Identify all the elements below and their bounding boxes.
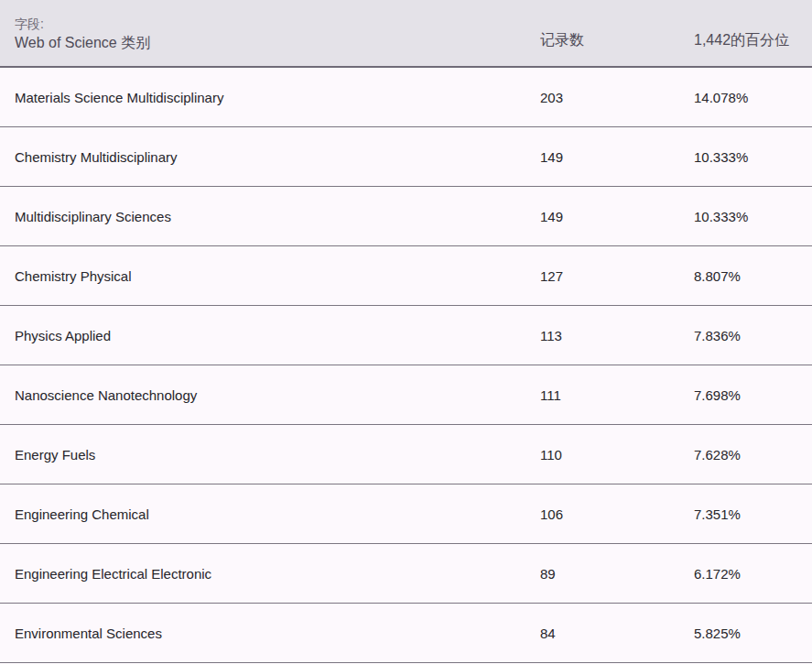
percent-cell: 10.333% bbox=[694, 149, 812, 165]
percent-cell: 7.351% bbox=[694, 506, 812, 522]
records-cell: 84 bbox=[540, 626, 694, 641]
category-cell: Multidisciplinary Sciences bbox=[0, 209, 540, 224]
field-label: 字段: bbox=[15, 15, 540, 33]
table-row: Energy Fuels 110 7.628% bbox=[0, 425, 812, 484]
percent-cell: 6.172% bbox=[694, 566, 812, 582]
percent-cell: 7.836% bbox=[694, 328, 812, 343]
category-cell: Materials Science Multidisciplinary bbox=[0, 90, 540, 105]
table-row: Environmental Sciences 84 5.825% bbox=[0, 604, 812, 663]
records-cell: 149 bbox=[540, 149, 694, 165]
wos-analyze-results-table: 字段: Web of Science 类别 记录数 1,442的百分位 Mate… bbox=[0, 0, 812, 664]
percent-cell: 5.825% bbox=[694, 626, 812, 641]
records-cell: 127 bbox=[540, 268, 694, 284]
table-row: Multidisciplinary Sciences 149 10.333% bbox=[0, 187, 812, 246]
category-cell: Chemistry Physical bbox=[0, 268, 540, 284]
percent-cell: 7.698% bbox=[694, 387, 812, 403]
percent-cell: 14.078% bbox=[694, 90, 812, 105]
table-row: Engineering Chemical 106 7.351% bbox=[0, 484, 812, 544]
records-cell: 106 bbox=[540, 506, 694, 522]
table-row: Chemistry Physical 127 8.807% bbox=[0, 246, 812, 306]
records-cell: 111 bbox=[540, 387, 694, 403]
table-row: Materials Science Multidisciplinary 203 … bbox=[0, 68, 812, 127]
category-cell: Physics Applied bbox=[0, 328, 540, 343]
percent-cell: 8.807% bbox=[694, 268, 812, 284]
percentile-column-header: 1,442的百分位 bbox=[694, 30, 812, 66]
category-cell: Energy Fuels bbox=[0, 447, 540, 463]
percent-cell: 7.628% bbox=[694, 447, 812, 463]
records-cell: 149 bbox=[540, 209, 694, 224]
category-column-header: 字段: Web of Science 类别 bbox=[0, 6, 540, 66]
table-row: Physics Applied 113 7.836% bbox=[0, 306, 812, 365]
table-header: 字段: Web of Science 类别 记录数 1,442的百分位 bbox=[0, 0, 812, 68]
category-cell: Engineering Chemical bbox=[0, 506, 540, 522]
records-cell: 203 bbox=[540, 90, 694, 105]
table-row: Nanoscience Nanotechnology 111 7.698% bbox=[0, 365, 812, 425]
records-cell: 113 bbox=[540, 328, 694, 343]
records-cell: 110 bbox=[540, 447, 694, 463]
table-body: Materials Science Multidisciplinary 203 … bbox=[0, 68, 812, 663]
percent-cell: 10.333% bbox=[694, 209, 812, 224]
category-column-label: Web of Science 类别 bbox=[15, 33, 540, 53]
table-row: Chemistry Multidisciplinary 149 10.333% bbox=[0, 127, 812, 187]
category-cell: Nanoscience Nanotechnology bbox=[0, 387, 540, 403]
table-row: Engineering Electrical Electronic 89 6.1… bbox=[0, 544, 812, 604]
category-cell: Chemistry Multidisciplinary bbox=[0, 149, 540, 165]
records-cell: 89 bbox=[540, 566, 694, 582]
category-cell: Environmental Sciences bbox=[0, 626, 540, 641]
category-cell: Engineering Electrical Electronic bbox=[0, 566, 540, 582]
records-column-header: 记录数 bbox=[540, 30, 694, 66]
